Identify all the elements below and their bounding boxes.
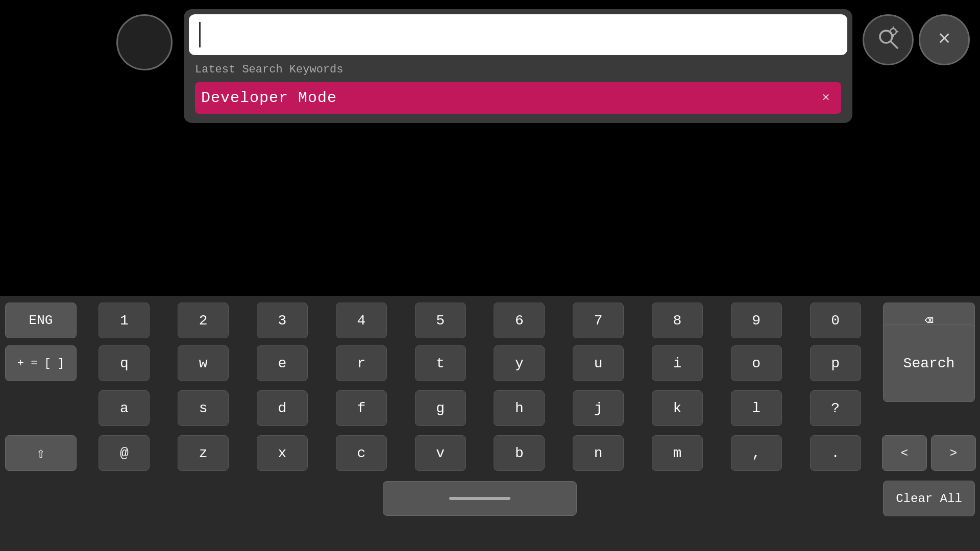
key-comma[interactable]: , [731, 435, 782, 471]
keyboard: ENG 1 2 3 4 5 6 7 8 9 0 ⌫ + = [ ] q w e [0, 296, 980, 551]
key-j[interactable]: j [573, 390, 624, 426]
spacebar-bar [449, 497, 510, 500]
svg-point-5 [890, 29, 896, 35]
lang-key[interactable]: ENG [5, 303, 77, 338]
key-1[interactable]: 1 [99, 303, 150, 338]
key-e[interactable]: e [257, 345, 308, 381]
key-8[interactable]: 8 [652, 303, 703, 338]
recent-label: Latest Search Keywords [195, 63, 841, 76]
key-g[interactable]: g [415, 390, 466, 426]
key-u[interactable]: u [573, 345, 624, 381]
key-a[interactable]: a [99, 390, 150, 426]
key-period[interactable]: . [810, 435, 861, 471]
arrow-right-key[interactable]: > [931, 435, 976, 471]
key-6[interactable]: 6 [494, 303, 545, 338]
key-z[interactable]: z [178, 435, 229, 471]
key-q[interactable]: q [99, 345, 150, 381]
key-s[interactable]: s [178, 390, 229, 426]
recent-keyword-text: Developer Mode [201, 89, 811, 107]
search-settings-icon [875, 26, 901, 55]
search-dropdown: Latest Search Keywords Developer Mode × [184, 9, 852, 123]
search-settings-button[interactable] [863, 14, 914, 65]
key-y[interactable]: y [494, 345, 545, 381]
key-b[interactable]: b [494, 435, 545, 471]
key-n[interactable]: n [573, 435, 624, 471]
key-0[interactable]: 0 [810, 303, 861, 338]
key-p[interactable]: p [810, 345, 861, 381]
key-x[interactable]: x [257, 435, 308, 471]
key-3[interactable]: 3 [257, 303, 308, 338]
svg-line-4 [891, 41, 897, 48]
clear-all-key[interactable]: Clear All [883, 481, 975, 516]
recent-keyword-item[interactable]: Developer Mode × [195, 82, 841, 114]
key-2[interactable]: 2 [178, 303, 229, 338]
key-k[interactable]: k [652, 390, 703, 426]
search-input-area[interactable] [189, 14, 847, 55]
spacebar-key[interactable] [383, 481, 577, 516]
text-cursor [199, 22, 201, 47]
key-l[interactable]: l [731, 390, 782, 426]
arrow-left-key[interactable]: < [882, 435, 927, 471]
key-f[interactable]: f [336, 390, 387, 426]
shift-icon: ⇧ [37, 444, 45, 462]
key-5[interactable]: 5 [415, 303, 466, 338]
key-question[interactable]: ? [810, 390, 861, 426]
key-w[interactable]: w [178, 345, 229, 381]
key-h[interactable]: h [494, 390, 545, 426]
recent-keywords-section: Latest Search Keywords Developer Mode × [189, 55, 847, 118]
key-m[interactable]: m [652, 435, 703, 471]
key-at[interactable]: @ [99, 435, 150, 471]
key-4[interactable]: 4 [336, 303, 387, 338]
shift-key[interactable]: ⇧ [5, 435, 77, 471]
recent-keyword-close-button[interactable]: × [811, 82, 841, 114]
key-v[interactable]: v [415, 435, 466, 471]
special-chars-key[interactable]: + = [ ] [5, 345, 77, 381]
key-r[interactable]: r [336, 345, 387, 381]
key-7[interactable]: 7 [573, 303, 624, 338]
key-d[interactable]: d [257, 390, 308, 426]
key-9[interactable]: 9 [731, 303, 782, 338]
key-c[interactable]: c [336, 435, 387, 471]
key-o[interactable]: o [731, 345, 782, 381]
key-i[interactable]: i [652, 345, 703, 381]
close-icon: × [938, 28, 950, 52]
close-button[interactable]: × [919, 14, 970, 65]
mic-button[interactable] [116, 14, 173, 70]
key-t[interactable]: t [415, 345, 466, 381]
